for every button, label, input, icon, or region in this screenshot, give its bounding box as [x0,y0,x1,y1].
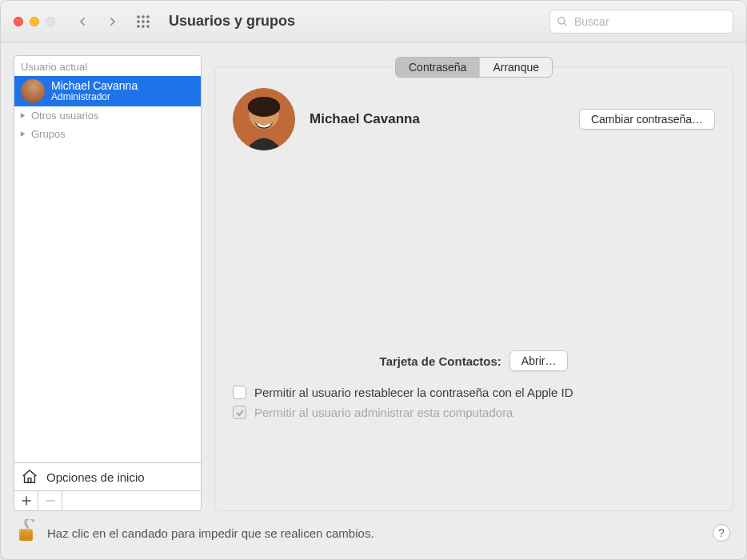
svg-rect-13 [28,478,31,483]
login-options-button[interactable]: Opciones de inicio [14,462,201,490]
svg-point-4 [142,20,145,22]
svg-marker-12 [21,131,25,137]
checkbox-group: Permitir al usuario restablecer la contr… [233,382,715,422]
svg-line-10 [564,23,566,26]
plus-icon [22,496,31,506]
window-title: Usuarios y grupos [169,13,295,30]
change-password-button[interactable]: Cambiar contraseña… [579,109,715,130]
tab-bar: Contraseña Arranque [395,57,553,78]
checkmark-icon [235,408,245,418]
sidebar-user-current[interactable]: Michael Cavanna Administrador [14,76,201,106]
avatar-icon [21,79,45,103]
svg-point-8 [147,25,150,27]
password-pane: Michael Cavanna Cambiar contraseña… Tarj… [214,66,733,511]
avatar-image [233,88,295,150]
forward-button[interactable] [102,10,124,33]
allow-reset-label: Permitir al usuario restablecer la contr… [254,386,573,399]
user-list: Usuario actual Michael Cavanna Administr… [14,55,202,491]
sidebar-other-users-label: Otros usuarios [31,110,99,122]
svg-point-16 [248,97,281,117]
svg-point-3 [138,20,140,22]
contacts-row: Tarjeta de Contactos: Abrir… [233,350,715,371]
sidebar-section-current-user: Usuario actual [14,56,201,76]
unlocked-padlock-icon [17,519,38,543]
back-button[interactable] [71,10,94,33]
titlebar: Usuarios y grupos [1,1,746,42]
lock-message: Haz clic en el candado para impedir que … [47,526,374,540]
svg-point-1 [142,15,145,18]
svg-point-5 [147,20,150,22]
help-button[interactable]: ? [713,524,730,542]
login-options-label: Opciones de inicio [46,470,145,484]
add-remove-row [14,491,202,511]
close-window-button[interactable] [14,17,23,26]
main-pane: Contraseña Arranque M [214,55,733,511]
remove-user-button [38,491,62,510]
window-body: Usuario actual Michael Cavanna Administr… [1,42,746,511]
allow-admin-row: Permitir al usuario administrar esta com… [233,402,715,422]
sidebar-user-role: Administrador [51,91,138,102]
allow-admin-checkbox [233,406,246,419]
minimize-window-button[interactable] [30,17,39,26]
svg-point-6 [138,25,140,27]
home-icon [21,468,38,486]
search-input[interactable] [573,14,726,29]
allow-admin-label: Permitir al usuario administrar esta com… [254,406,513,419]
preferences-window: Usuarios y grupos Usuario actual Michael… [0,0,747,560]
user-header: Michael Cavanna Cambiar contraseña… [233,88,715,150]
chevron-right-icon [19,130,26,138]
contacts-card-label: Tarjeta de Contactos: [380,354,501,368]
allow-reset-checkbox[interactable] [233,386,246,399]
svg-point-7 [142,25,145,27]
svg-point-2 [147,15,150,18]
svg-point-0 [138,15,140,18]
zoom-window-button[interactable] [46,17,55,26]
add-user-button[interactable] [14,491,38,510]
svg-point-9 [558,17,565,23]
footer: Haz clic en el candado para impedir que … [1,511,746,559]
allow-reset-with-appleid-row[interactable]: Permitir al usuario restablecer la contr… [233,382,715,402]
search-field[interactable] [549,10,733,34]
chevron-right-icon [19,112,26,119]
sidebar-groups-label: Grupos [31,128,66,140]
user-avatar[interactable] [233,88,295,150]
sidebar-groups[interactable]: Grupos [14,125,201,143]
sidebar-other-users[interactable]: Otros usuarios [14,106,201,125]
search-icon [557,16,568,27]
svg-marker-11 [21,113,25,118]
open-contacts-card-button[interactable]: Abrir… [509,350,569,371]
sidebar-user-name: Michael Cavanna [51,80,138,92]
tab-login-items[interactable]: Arranque [480,58,552,77]
sidebar: Usuario actual Michael Cavanna Administr… [14,55,202,511]
user-detail-name: Michael Cavanna [310,111,420,127]
tab-password[interactable]: Contraseña [396,58,480,77]
minus-icon [46,496,55,506]
show-all-prefpanes-button[interactable] [132,10,154,33]
lock-button[interactable] [17,519,38,546]
window-controls [14,17,55,26]
